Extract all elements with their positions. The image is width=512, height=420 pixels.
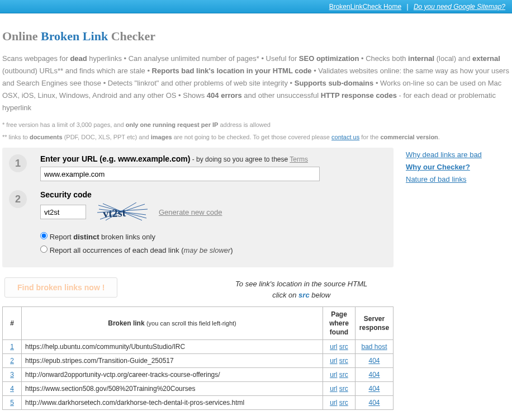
url-link[interactable]: url — [330, 399, 337, 407]
src-link[interactable]: src — [339, 371, 348, 379]
find-button[interactable]: Find broken links now ! — [4, 277, 117, 298]
src-link[interactable]: src — [339, 343, 348, 351]
page-title: Online Broken Link Checker — [2, 29, 510, 44]
side-link-1[interactable]: Why dead links are bad — [406, 149, 501, 161]
url-label: Enter your URL (e.g. www.example.com) - … — [40, 154, 387, 163]
sitemap-link[interactable]: Do you need Google Sitemap? — [414, 3, 505, 11]
url-link[interactable]: url — [330, 371, 337, 379]
table-row: 5http://www.darkhorsetech.com/darkhorse-… — [3, 396, 394, 410]
report-options: Report distinct broken links only Report… — [40, 230, 387, 257]
row-link: https://epub.stripes.com/Transition-Guid… — [22, 354, 323, 368]
th-num: # — [3, 307, 22, 340]
side-link-2[interactable]: Why our Checker? — [406, 161, 501, 173]
contact-link[interactable]: contact us — [331, 134, 359, 140]
row-link: http://www.darkhorsetech.com/darkhorse-t… — [22, 396, 323, 410]
row-link: http://onward2opportunity-vctp.org/caree… — [22, 368, 323, 382]
src-link[interactable]: src — [339, 399, 348, 407]
captcha-image: vt2st — [97, 202, 148, 221]
url-input[interactable] — [40, 167, 320, 181]
th-page: Page where found — [323, 307, 355, 340]
response-link[interactable]: 404 — [368, 357, 380, 365]
row-num-link[interactable]: 2 — [10, 357, 14, 365]
response-link[interactable]: 404 — [368, 385, 380, 393]
terms-link[interactable]: Terms — [290, 155, 308, 163]
row-link: https://www.section508.gov/508%20Trainin… — [22, 382, 323, 396]
response-link[interactable]: bad host — [361, 343, 387, 351]
url-link[interactable]: url — [330, 357, 337, 365]
response-link[interactable]: 404 — [368, 399, 380, 407]
description: Scans webpages for dead hyperlinks • Can… — [2, 53, 510, 114]
radio-all[interactable]: Report all occurrences of each dead link… — [40, 244, 387, 257]
response-link[interactable]: 404 — [368, 371, 380, 379]
security-code-input[interactable] — [40, 205, 86, 219]
hint-text: To see link's location in the source HTM… — [211, 277, 391, 301]
home-link[interactable]: BrokenLinkCheck Home — [329, 3, 401, 11]
side-link-3[interactable]: Nature of bad links — [406, 173, 501, 186]
th-link: Broken link (you can scroll this field l… — [22, 307, 323, 340]
footnote-1: * free version has a limit of 3,000 page… — [2, 120, 510, 130]
security-label: Security code — [40, 190, 387, 199]
row-num-link[interactable]: 1 — [10, 343, 14, 351]
src-link[interactable]: src — [339, 385, 348, 393]
table-row: 1https://help.ubuntu.com/community/Ubunt… — [3, 340, 394, 354]
url-link[interactable]: url — [330, 385, 337, 393]
top-bar: BrokenLinkCheck Home | Do you need Googl… — [0, 0, 512, 13]
form-area: 1 Enter your URL (e.g. www.example.com) … — [2, 148, 394, 410]
table-row: 2https://epub.stripes.com/Transition-Gui… — [3, 354, 394, 368]
row-num-link[interactable]: 3 — [10, 371, 14, 379]
th-resp: Server response — [355, 307, 394, 340]
src-link[interactable]: src — [339, 357, 348, 365]
sidebar: Why dead links are bad Why our Checker? … — [406, 148, 501, 410]
row-link: https://help.ubuntu.com/community/Ubuntu… — [22, 340, 323, 354]
step-1-badge: 1 — [9, 154, 27, 172]
footnote-2: ** links to documents (PDF, DOC, XLS, PP… — [2, 132, 510, 142]
table-row: 3http://onward2opportunity-vctp.org/care… — [3, 368, 394, 382]
generate-code-link[interactable]: Generate new code — [159, 208, 222, 216]
results-table: # Broken link (you can scroll this field… — [2, 306, 394, 410]
separator: | — [406, 3, 408, 11]
row-num-link[interactable]: 4 — [10, 385, 14, 393]
step-2-badge: 2 — [9, 190, 27, 208]
table-row: 4https://www.section508.gov/508%20Traini… — [3, 382, 394, 396]
url-link[interactable]: url — [330, 343, 337, 351]
row-num-link[interactable]: 5 — [10, 399, 14, 407]
svg-text:vt2st: vt2st — [103, 206, 127, 220]
radio-distinct[interactable]: Report distinct broken links only — [40, 230, 387, 244]
